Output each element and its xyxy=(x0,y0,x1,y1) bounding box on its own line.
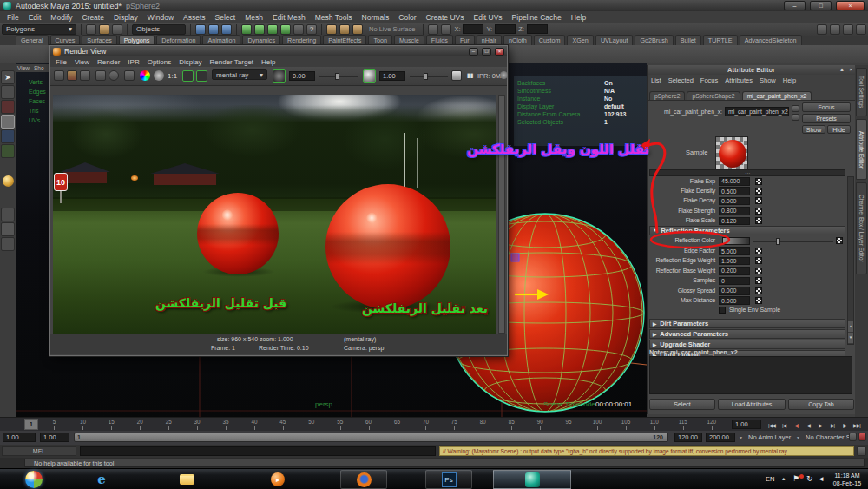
shelf-tab-painteffects[interactable]: PaintEffects xyxy=(323,35,366,45)
menu-display[interactable]: Display xyxy=(114,13,138,22)
rv-scrollbar[interactable] xyxy=(498,95,505,334)
step-back-frame-button[interactable]: ◀| xyxy=(790,420,802,430)
help-question-icon[interactable]: ? xyxy=(306,24,317,35)
rv-exposure-icon[interactable] xyxy=(273,69,286,83)
minimize-button[interactable]: – xyxy=(784,1,806,10)
pause-ipr-icon[interactable]: ▮▮ xyxy=(467,72,474,79)
rv-alpha-display-icon[interactable] xyxy=(154,70,164,81)
sidebar-toolsettings-icon[interactable] xyxy=(843,24,853,35)
advanced-parameters-section[interactable]: ▶ Advanced Parameters xyxy=(649,329,845,339)
make-live-icon[interactable] xyxy=(293,24,304,35)
rv-region-icon[interactable] xyxy=(124,70,135,81)
rv-exposure-slider-handle[interactable] xyxy=(335,73,339,80)
ae-material-sample-swatch[interactable] xyxy=(715,136,748,169)
select-hierarchy-icon[interactable] xyxy=(195,24,206,35)
shelf-tab-go2brush[interactable]: Go2Brush xyxy=(635,35,673,45)
rv-menu-render-target[interactable]: Render Target xyxy=(210,58,254,66)
dirt-parameters-section[interactable]: ▶ Dirt Parameters xyxy=(649,319,845,328)
ae-scroll-strip[interactable]: ⋯ xyxy=(649,169,845,176)
taskbar-media-player[interactable]: ▸ xyxy=(265,470,291,489)
snap-point-icon[interactable] xyxy=(267,24,278,35)
rotate-tool-icon[interactable] xyxy=(1,129,15,143)
ae-pin-icon[interactable]: ▲ xyxy=(839,67,845,72)
flake-strength-field[interactable]: 0.800 xyxy=(719,207,750,215)
ipr-render-icon[interactable] xyxy=(339,24,350,35)
rv-menu-render[interactable]: Render xyxy=(97,58,120,66)
ae-menu-list[interactable]: List xyxy=(651,76,661,84)
command-language-toggle[interactable]: MEL xyxy=(2,446,76,456)
render-current-frame-icon[interactable] xyxy=(326,24,337,35)
rv-menu-file[interactable]: File xyxy=(56,58,67,66)
last-tool-icon[interactable] xyxy=(3,175,14,187)
rv-keep-image-icon[interactable] xyxy=(182,70,194,82)
shelf-tab-advancedskeleton[interactable]: AdvancedSkeleton xyxy=(740,35,802,45)
move-tool-icon[interactable] xyxy=(1,115,15,129)
ae-close-icon[interactable]: × xyxy=(849,67,852,72)
animation-start-field[interactable]: 1.00 xyxy=(3,433,36,442)
texture-map-icon[interactable] xyxy=(755,248,762,254)
rv-menu-help[interactable]: Help xyxy=(261,58,275,66)
symmetry-icon[interactable] xyxy=(441,24,451,35)
rv-gamma-field[interactable]: 1.00 xyxy=(379,71,405,81)
glossy-spread-field[interactable]: 0.000 xyxy=(719,287,750,295)
ae-presets-button[interactable]: Presets xyxy=(802,114,851,123)
step-forward-frame-button[interactable]: ▶| xyxy=(826,420,838,430)
render-view-window[interactable]: Render View – □ × File View Render IPR O… xyxy=(49,45,508,356)
menu-help[interactable]: Help xyxy=(571,13,586,22)
shelf-tab-turtle[interactable]: TURTLE xyxy=(703,35,738,45)
texture-map-icon[interactable] xyxy=(755,268,762,274)
rv-render-icon[interactable] xyxy=(54,70,64,81)
menu-set-dropdown[interactable]: Polygons ▾ xyxy=(2,24,76,35)
select-object-icon[interactable] xyxy=(208,24,219,35)
rv-gamma-icon[interactable] xyxy=(363,69,376,83)
reflection-edge-weight-field[interactable]: 1.000 xyxy=(719,257,750,266)
ae-focus-button[interactable]: Focus xyxy=(802,102,851,112)
tray-show-hidden-icon[interactable]: ▲ xyxy=(781,476,786,481)
rv-close-button[interactable]: × xyxy=(495,48,504,56)
render-view-title-bar[interactable]: Render View – □ × xyxy=(50,46,507,56)
menu-edit-uvs[interactable]: Edit UVs xyxy=(474,13,503,22)
taskbar-firefox[interactable] xyxy=(340,470,387,489)
ae-notes-area[interactable] xyxy=(649,356,852,394)
rv-ipr-render-icon[interactable] xyxy=(95,70,106,81)
max-distance-field[interactable]: 0.000 xyxy=(719,296,750,305)
single-pane-layout-icon[interactable] xyxy=(1,208,15,221)
range-slider-bar[interactable]: 1 120 xyxy=(74,433,668,442)
sculpt-icon[interactable] xyxy=(428,24,438,35)
action-center-flag-icon[interactable]: ⚑ xyxy=(792,474,799,483)
z-coordinate-field[interactable] xyxy=(527,24,548,34)
rv-menu-display[interactable]: Display xyxy=(179,58,201,66)
rv-menu-ipr[interactable]: IPR xyxy=(128,58,139,66)
shelf-tab-curves[interactable]: Curves xyxy=(50,35,81,45)
play-forwards-button[interactable]: ▶ xyxy=(814,420,826,430)
reflection-color-swatch[interactable] xyxy=(722,237,750,245)
new-scene-icon[interactable] xyxy=(86,24,96,35)
edge-factor-field[interactable]: 5.000 xyxy=(719,247,750,255)
rv-redo-render-icon[interactable] xyxy=(67,70,77,81)
anim-layer-dropdown[interactable]: No Anim Layer xyxy=(748,433,791,441)
select-tool-icon[interactable]: ➤ xyxy=(1,70,15,84)
shelf-tab-muscle[interactable]: Muscle xyxy=(394,35,424,45)
playback-end-field[interactable]: 120.00 xyxy=(674,433,702,442)
rv-gamma-slider-handle[interactable] xyxy=(424,73,428,80)
script-editor-icon[interactable] xyxy=(857,446,866,456)
ae-menu-focus[interactable]: Focus xyxy=(700,76,718,84)
step-forward-key-button[interactable]: |▶ xyxy=(838,420,851,430)
texture-map-icon[interactable] xyxy=(755,188,762,195)
shelf-tab-deformation[interactable]: Deformation xyxy=(156,35,201,45)
sidebar-channelbox-icon[interactable] xyxy=(856,24,866,35)
shelf-tab-xgen[interactable]: XGen xyxy=(567,35,593,45)
menu-edit[interactable]: Edit xyxy=(29,13,42,22)
ae-menu-help[interactable]: Help xyxy=(783,76,796,84)
menu-create[interactable]: Create xyxy=(82,13,104,22)
ae-menu-show[interactable]: Show xyxy=(760,76,776,84)
ae-scrollbar[interactable]: ▲ ▼ xyxy=(847,176,854,345)
flake-density-field[interactable]: 0.500 xyxy=(719,187,750,195)
sidebar-attr-editor-icon[interactable] xyxy=(830,24,840,35)
menu-select[interactable]: Select xyxy=(215,13,236,22)
shelf-tab-fur[interactable]: Fur xyxy=(455,35,475,45)
ae-tab-psphere2[interactable]: pSphere2 xyxy=(649,91,685,100)
samples-field[interactable]: 0 xyxy=(719,277,750,286)
command-result-field[interactable]: // Warning: (Mayatomr.Scene) : output da… xyxy=(439,446,854,456)
tab-tool-settings[interactable]: Tool Settings xyxy=(856,68,867,116)
